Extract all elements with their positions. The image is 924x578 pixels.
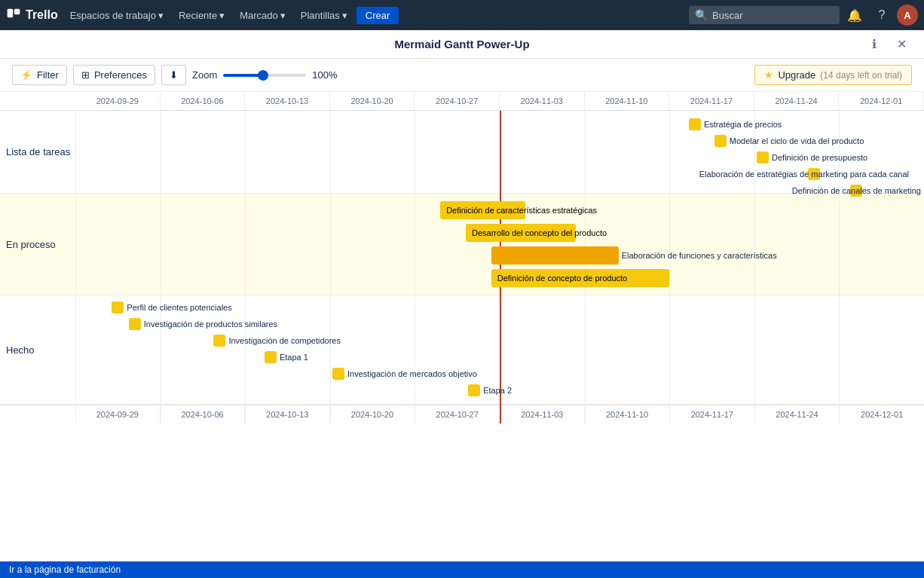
preferences-icon: ⊞	[81, 69, 90, 81]
zoom-percent: 100%	[312, 69, 337, 81]
lane-lista-tareas: Lista de tareas Estratégia de precios Mo…	[0, 111, 924, 194]
gantt-dot[interactable]	[468, 384, 480, 396]
gantt-dot-label: Estratégia de precios	[704, 118, 782, 130]
date-col-4: 2024-10-20	[330, 92, 415, 110]
powerup-header-icons: ℹ ✕	[864, 34, 912, 55]
gantt-dot[interactable]	[213, 335, 225, 347]
date-bottom-4: 2024-10-20	[330, 405, 415, 424]
trello-logo-text: Trello	[26, 8, 58, 22]
date-bottom-3: 2024-10-13	[245, 405, 330, 424]
gantt-dot-label: Investigación de mercados objetivo	[347, 368, 477, 380]
gantt-dot[interactable]	[332, 368, 344, 380]
gantt-bar-def-concepto[interactable]: Definición de concepto de producto	[491, 269, 669, 287]
gantt-bar-elab-func[interactable]	[491, 246, 619, 265]
workspaces-menu[interactable]: Espacios de trabajo ▾	[64, 7, 170, 24]
date-col-2: 2024-10-06	[161, 92, 246, 110]
create-button[interactable]: Crear	[356, 7, 399, 24]
marked-menu[interactable]: Marcado ▾	[234, 7, 292, 24]
gantt-dot[interactable]	[757, 151, 769, 164]
date-header-top: 2024-09-29 2024-10-06 2024-10-13 2024-10…	[0, 92, 924, 111]
date-bottom-2: 2024-10-06	[161, 405, 246, 424]
zoom-label: Zoom	[192, 69, 217, 81]
download-icon: ⬇	[170, 69, 178, 81]
star-icon: ★	[764, 69, 773, 81]
lane-en-proceso: En proceso Definición de características…	[0, 194, 924, 295]
lane-items-lista-tareas: Estratégia de precios Modelar el ciclo d…	[75, 111, 924, 193]
powerup-title: Mermaid Gantt Power-Up	[394, 38, 529, 50]
close-button[interactable]: ✕	[891, 34, 912, 55]
gantt-dot-label: Investigación de productos similares	[144, 318, 277, 330]
date-bottom-1: 2024-09-29	[75, 405, 161, 424]
trello-logo[interactable]: Trello	[6, 8, 58, 23]
upgrade-button[interactable]: ★ Upgrade (14 days left on trial)	[754, 65, 912, 85]
powerup-header: Mermaid Gantt Power-Up ℹ ✕	[0, 30, 924, 59]
status-bar-text: Ir a la página de facturación	[9, 564, 121, 575]
gantt-dot-label: Elaboración de estratégias de marketing …	[699, 168, 909, 180]
help-button[interactable]: ?	[870, 3, 894, 27]
gantt-dot-label: Modelar el ciclo de vida del producto	[730, 135, 864, 147]
gantt-bar-def-carac[interactable]: Definición de características estratégic…	[440, 201, 525, 219]
date-bottom-10: 2024-12-01	[840, 405, 924, 424]
gantt-dot-label: Investigación de competidores	[228, 335, 341, 347]
gantt-grid-wrapper: Lista de tareas Estratégia de precios Mo…	[0, 111, 924, 424]
recent-menu[interactable]: Reciente ▾	[173, 7, 231, 24]
svg-rect-0	[8, 9, 14, 18]
gantt-dot-label: Etapa 1	[280, 351, 308, 363]
templates-menu[interactable]: Plantillas ▾	[295, 7, 353, 24]
top-navigation: Trello Espacios de trabajo ▾ Reciente ▾ …	[0, 0, 924, 30]
lane-label-en-proceso: En proceso	[0, 194, 75, 295]
date-bottom-5: 2024-10-27	[415, 405, 500, 424]
date-bottom-9: 2024-11-24	[755, 405, 840, 424]
status-bar[interactable]: Ir a la página de facturación	[0, 561, 924, 578]
search-input[interactable]	[712, 10, 833, 21]
lane-items-en-proceso: Definición de características estratégic…	[75, 194, 924, 295]
toolbar: ⚡ Filter ⊞ Preferences ⬇ Zoom 100% ★ Upg…	[0, 59, 924, 92]
notifications-button[interactable]: 🔔	[843, 3, 867, 27]
gantt-dot-label: Perfil de clientes potenciales	[127, 301, 231, 313]
gantt-dot[interactable]	[112, 301, 124, 313]
gantt-dot[interactable]	[129, 318, 141, 330]
date-col-6: 2024-11-03	[500, 92, 585, 110]
nav-icons: 🔔 ? A	[843, 3, 918, 27]
svg-rect-1	[14, 9, 20, 15]
date-col-5: 2024-10-27	[415, 92, 500, 110]
date-bottom-8: 2024-11-17	[670, 405, 755, 424]
date-col-9: 2024-11-24	[754, 92, 840, 110]
gantt-dot[interactable]	[714, 135, 727, 147]
date-col-1: 2024-09-29	[75, 92, 161, 110]
gantt-bar-dev-concepto[interactable]: Desarrollo del concepto del producto	[466, 224, 576, 242]
main-area: Mermaid Gantt Power-Up ℹ ✕ ⚡ Filter ⊞ Pr…	[0, 30, 924, 578]
date-bottom-6: 2024-11-03	[500, 405, 586, 424]
filter-button[interactable]: ⚡ Filter	[12, 65, 67, 85]
avatar[interactable]: A	[897, 5, 918, 26]
search-icon: 🔍	[695, 9, 708, 21]
filter-icon: ⚡	[20, 69, 32, 81]
date-bottom-7: 2024-11-10	[585, 405, 670, 424]
info-button[interactable]: ℹ	[864, 34, 885, 55]
lane-items-hecho: Perfil de clientes potenciales Investiga…	[75, 295, 924, 404]
zoom-slider[interactable]	[223, 74, 306, 77]
date-col-10: 2024-12-01	[839, 92, 924, 110]
gantt-container[interactable]: 2024-09-29 2024-10-06 2024-10-13 2024-10…	[0, 92, 924, 578]
date-col-8: 2024-11-17	[669, 92, 754, 110]
gantt-dot[interactable]	[265, 351, 277, 363]
gantt-dot-label: Definición de canales de marketing	[792, 185, 921, 197]
date-col-7: 2024-11-10	[585, 92, 670, 110]
lane-label-hecho: Hecho	[0, 295, 75, 404]
lane-hecho: Hecho Perfil de clientes potenciales Inv…	[0, 295, 924, 405]
gantt-bar-elab-func-label: Elaboración de funciones y característic…	[622, 246, 777, 265]
date-col-3: 2024-10-13	[245, 92, 330, 110]
gantt-dot-label: Etapa 2	[483, 384, 512, 396]
preferences-button[interactable]: ⊞ Preferences	[73, 65, 155, 85]
lane-label-lista-tareas: Lista de tareas	[0, 111, 75, 193]
gantt-dot-label: Definición de presupuesto	[772, 151, 867, 164]
date-header-bottom: 2024-09-29 2024-10-06 2024-10-13 2024-10…	[0, 405, 924, 424]
download-button[interactable]: ⬇	[161, 65, 186, 85]
search-bar[interactable]: 🔍	[689, 6, 840, 24]
gantt-dot[interactable]	[689, 118, 701, 130]
